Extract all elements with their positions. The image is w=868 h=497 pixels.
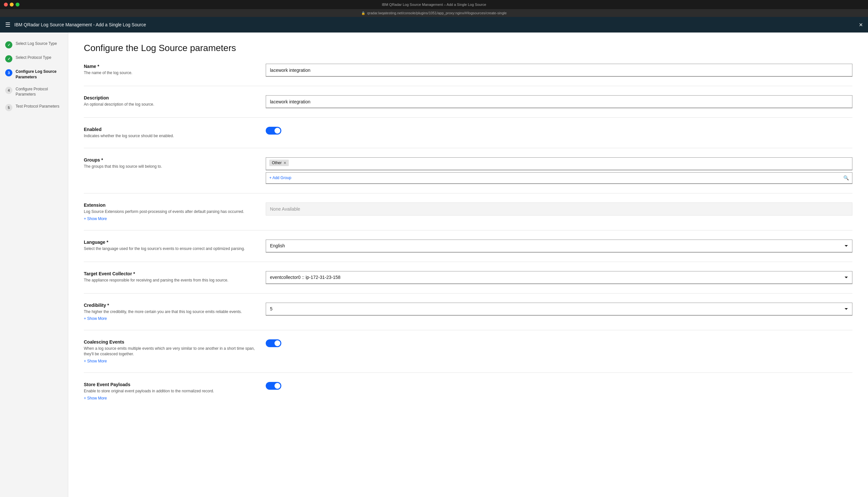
- target-event-collector-label-col: Target Event Collector * The appliance r…: [84, 271, 266, 283]
- step-1-label: Select Log Source Type: [16, 41, 57, 46]
- step-4-circle: 4: [5, 87, 12, 94]
- credibility-show-more[interactable]: + Show More: [84, 316, 255, 321]
- credibility-field-row: Credibility * The higher the credibility…: [84, 303, 852, 330]
- extension-desc: Log Source Extensions perform post-proce…: [84, 209, 255, 214]
- enabled-toggle-wrapper: [266, 127, 852, 134]
- coalescing-events-control-col: [266, 339, 852, 347]
- groups-label-col: Groups * The groups that this log source…: [84, 157, 266, 169]
- groups-field-container: Other ×: [266, 157, 852, 170]
- url-bar: 🔒 qradar.lwqatesting.net/console/plugins…: [0, 9, 868, 17]
- store-event-payloads-label: Store Event Payloads: [84, 382, 255, 387]
- menu-icon[interactable]: ☰: [5, 21, 10, 28]
- app-title: IBM QRadar Log Source Management - Add a…: [14, 22, 146, 27]
- maximize-window-dot[interactable]: [16, 3, 19, 6]
- credibility-control-col: 1 2 3 4 5 6 7 8 9 10: [266, 303, 852, 316]
- extension-show-more[interactable]: + Show More: [84, 216, 255, 221]
- close-button[interactable]: ×: [859, 21, 863, 29]
- close-window-dot[interactable]: [4, 3, 8, 6]
- store-event-payloads-toggle[interactable]: [266, 382, 281, 390]
- name-input[interactable]: [266, 64, 852, 77]
- minimize-window-dot[interactable]: [10, 3, 14, 6]
- groups-label: Groups *: [84, 157, 255, 162]
- coalescing-events-toggle[interactable]: [266, 339, 281, 347]
- store-event-payloads-label-col: Store Event Payloads Enable to store ori…: [84, 382, 266, 400]
- target-event-collector-desc: The appliance responsible for receiving …: [84, 278, 255, 283]
- group-tag-close-icon[interactable]: ×: [284, 160, 286, 166]
- url-text: qradar.lwqatesting.net/console/plugins/1…: [367, 11, 506, 15]
- store-event-payloads-desc: Enable to store original event payloads …: [84, 388, 255, 394]
- groups-control-col: Other × + Add Group 🔍: [266, 157, 852, 184]
- credibility-desc: The higher the credibility, the more cer…: [84, 309, 255, 315]
- header-left: ☰ IBM QRadar Log Source Management - Add…: [5, 21, 146, 28]
- extension-label-col: Extension Log Source Extensions perform …: [84, 202, 266, 221]
- enabled-desc: Indicates whether the log source should …: [84, 133, 255, 139]
- store-event-payloads-field-row: Store Event Payloads Enable to store ori…: [84, 382, 852, 410]
- sidebar-step-1[interactable]: ✓ Select Log Source Type: [0, 38, 68, 52]
- description-input[interactable]: [266, 95, 852, 108]
- enabled-field-row: Enabled Indicates whether the log source…: [84, 127, 852, 148]
- step-3-label: Configure Log Source Parameters: [16, 69, 63, 80]
- store-event-payloads-toggle-wrapper: [266, 382, 852, 390]
- page-title: Configure the Log Source parameters: [84, 43, 852, 53]
- store-event-payloads-control-col: [266, 382, 852, 390]
- description-control-col: [266, 95, 852, 108]
- sidebar-step-2[interactable]: ✓ Select Protocol Type: [0, 52, 68, 66]
- target-event-collector-select[interactable]: eventcollector0 :: ip-172-31-23-158: [266, 271, 852, 284]
- target-event-collector-control-col: eventcollector0 :: ip-172-31-23-158: [266, 271, 852, 284]
- window-controls: [4, 3, 19, 6]
- sidebar: ✓ Select Log Source Type ✓ Select Protoc…: [0, 32, 68, 497]
- coalescing-events-field-row: Coalescing Events When a log source emit…: [84, 339, 852, 373]
- credibility-select[interactable]: 1 2 3 4 5 6 7 8 9 10: [266, 303, 852, 316]
- main-layout: ✓ Select Log Source Type ✓ Select Protoc…: [0, 32, 868, 497]
- language-select[interactable]: English: [266, 240, 852, 253]
- step-3-circle: 3: [5, 69, 12, 76]
- enabled-toggle[interactable]: [266, 127, 281, 134]
- extension-control-col: None Available: [266, 202, 852, 215]
- lock-icon: 🔒: [361, 11, 365, 15]
- add-group-search-icon: 🔍: [843, 175, 849, 181]
- coalescing-events-label-col: Coalescing Events When a log source emit…: [84, 339, 266, 364]
- description-label-col: Description An optional description of t…: [84, 95, 266, 107]
- step-5-label: Test Protocol Parameters: [16, 104, 59, 109]
- add-group-row[interactable]: + Add Group 🔍: [266, 172, 852, 184]
- content-wrapper: Configure the Log Source parameters Name…: [68, 32, 868, 497]
- main-content: Configure the Log Source parameters Name…: [68, 32, 868, 429]
- name-control-col: [266, 64, 852, 77]
- enabled-label: Enabled: [84, 127, 255, 132]
- coalescing-events-show-more[interactable]: + Show More: [84, 359, 255, 364]
- description-label: Description: [84, 95, 255, 100]
- sidebar-step-5[interactable]: 5 Test Protocol Parameters: [0, 100, 68, 114]
- sidebar-step-4[interactable]: 4 Configure Protocol Parameters: [0, 83, 68, 101]
- extension-value: None Available: [266, 202, 852, 215]
- language-field-row: Language * Select the language used for …: [84, 240, 852, 262]
- name-field-row: Name * The name of the log source.: [84, 64, 852, 86]
- store-event-payloads-show-more[interactable]: + Show More: [84, 396, 255, 400]
- name-label-col: Name * The name of the log source.: [84, 64, 266, 76]
- enabled-label-col: Enabled Indicates whether the log source…: [84, 127, 266, 139]
- group-tag-other: Other ×: [269, 160, 289, 166]
- coalescing-events-toggle-wrapper: [266, 339, 852, 347]
- language-label: Language *: [84, 240, 255, 245]
- step-4-label: Configure Protocol Parameters: [16, 86, 63, 98]
- coalescing-events-label: Coalescing Events: [84, 339, 255, 344]
- language-desc: Select the language used for the log sou…: [84, 246, 255, 252]
- step-5-circle: 5: [5, 104, 12, 111]
- description-field-row: Description An optional description of t…: [84, 95, 852, 118]
- target-event-collector-field-row: Target Event Collector * The appliance r…: [84, 271, 852, 294]
- extension-field-row: Extension Log Source Extensions perform …: [84, 202, 852, 230]
- groups-field-row: Groups * The groups that this log source…: [84, 157, 852, 194]
- sidebar-step-3[interactable]: 3 Configure Log Source Parameters: [0, 66, 68, 83]
- language-control-col: English: [266, 240, 852, 253]
- window-title: IBM QRadar Log Source Management – Add a…: [382, 3, 486, 6]
- extension-label: Extension: [84, 202, 255, 208]
- step-1-circle: ✓: [5, 41, 12, 48]
- description-desc: An optional description of the log sourc…: [84, 102, 255, 107]
- enabled-control-col: [266, 127, 852, 134]
- target-event-collector-label: Target Event Collector *: [84, 271, 255, 276]
- coalescing-events-desc: When a log source emits multiple events …: [84, 346, 255, 357]
- name-desc: The name of the log source.: [84, 70, 255, 76]
- credibility-label: Credibility *: [84, 303, 255, 308]
- step-2-label: Select Protocol Type: [16, 55, 51, 60]
- name-label: Name *: [84, 64, 255, 69]
- language-label-col: Language * Select the language used for …: [84, 240, 266, 252]
